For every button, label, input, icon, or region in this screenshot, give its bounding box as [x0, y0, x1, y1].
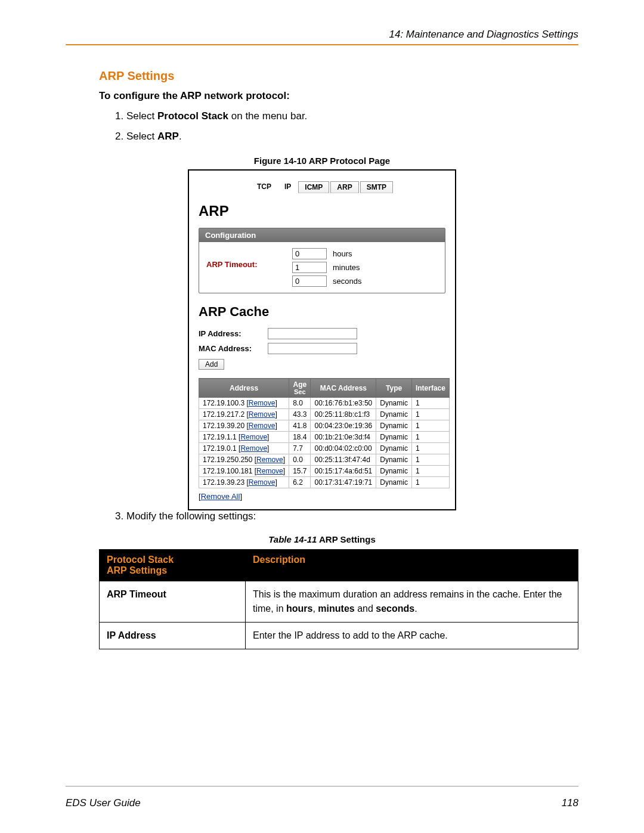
table-row: 172.19.217.2 [Remove]43.300:25:11:8b:c1:… [199, 409, 450, 420]
arp-cache-table: Address AgeSec MAC Address Type Interfac… [199, 378, 450, 488]
setting-name: IP Address [100, 623, 246, 649]
cell-age: 15.7 [289, 466, 311, 477]
col-interface: Interface [411, 379, 449, 398]
setting-description: Enter the IP address to add to the ARP c… [246, 623, 578, 649]
remove-all-link[interactable]: Remove All [201, 492, 240, 501]
cell-interface: 1 [411, 398, 449, 409]
step-3: Modify the following settings: [126, 510, 578, 522]
footer-left: EDS User Guide [66, 797, 141, 809]
footer-right: 118 [562, 797, 578, 809]
cell-mac: 00:16:76:b1:e3:50 [311, 398, 376, 409]
tab-smtp[interactable]: SMTP [360, 181, 393, 193]
table-row: 172.19.250.250 [Remove]0.000:25:11:3f:47… [199, 454, 450, 466]
arp-settings-table: Protocol Stack ARP Settings Description … [99, 549, 578, 649]
cell-mac: 00:25:11:8b:c1:f3 [311, 409, 376, 420]
cell-type: Dynamic [376, 420, 412, 432]
cell-type: Dynamic [376, 466, 412, 477]
minutes-label: minutes [333, 263, 360, 272]
cell-mac: 00:d0:04:02:c0:00 [311, 443, 376, 454]
hours-label: hours [333, 249, 352, 258]
header-rule [66, 44, 578, 45]
remove-link[interactable]: Remove [249, 410, 275, 419]
table-row: 172.19.39.20 [Remove]41.800:04:23:0e:19:… [199, 420, 450, 432]
arp-timeout-label: ARP Timeout: [206, 248, 278, 269]
cell-mac: 00:04:23:0e:19:36 [311, 420, 376, 432]
cell-interface: 1 [411, 443, 449, 454]
settings-head-left: Protocol Stack ARP Settings [100, 550, 246, 581]
arp-cache-title: ARP Cache [199, 304, 445, 320]
cell-type: Dynamic [376, 398, 412, 409]
configuration-box: Configuration ARP Timeout: hours minutes… [199, 228, 445, 293]
cell-age: 0.0 [289, 454, 311, 466]
figure-caption: Figure 14-10 ARP Protocol Page [66, 156, 578, 166]
cell-address: 172.19.39.23 [Remove] [199, 477, 289, 488]
add-button[interactable]: Add [199, 359, 224, 370]
mac-address-label: MAC Address: [199, 344, 264, 353]
cell-interface: 1 [411, 466, 449, 477]
footer-rule [66, 786, 578, 786]
setting-description: This is the maximum duration an address … [246, 581, 578, 623]
remove-link[interactable]: Remove [249, 422, 275, 430]
table-row: 172.19.1.1 [Remove]18.400:1b:21:0e:3d:f4… [199, 432, 450, 443]
cell-address: 172.19.1.1 [Remove] [199, 432, 289, 443]
mac-address-input[interactable] [268, 343, 357, 354]
remove-link[interactable]: Remove [256, 456, 283, 464]
remove-link[interactable]: Remove [249, 399, 275, 407]
tab-arp[interactable]: ARP [330, 181, 358, 193]
panel-title: ARP [199, 203, 445, 219]
protocol-tabs: TCP IP ICMP ARP SMTP [199, 181, 445, 193]
settings-head-right: Description [246, 550, 578, 581]
table-row: ARP TimeoutThis is the maximum duration … [100, 581, 578, 623]
remove-link[interactable]: Remove [256, 467, 283, 475]
cell-address: 172.19.250.250 [Remove] [199, 454, 289, 466]
cell-address: 172.19.100.181 [Remove] [199, 466, 289, 477]
table-row: 172.19.0.1 [Remove]7.700:d0:04:02:c0:00D… [199, 443, 450, 454]
table-row: IP AddressEnter the IP address to add to… [100, 623, 578, 649]
tab-ip[interactable]: IP [278, 181, 297, 193]
cell-address: 172.19.100.3 [Remove] [199, 398, 289, 409]
cell-age: 43.3 [289, 409, 311, 420]
configuration-header: Configuration [199, 228, 445, 242]
table-caption: Table 14-11 ARP Settings [66, 534, 578, 544]
arp-timeout-hours-input[interactable] [292, 248, 327, 259]
setting-name: ARP Timeout [100, 581, 246, 623]
cell-age: 7.7 [289, 443, 311, 454]
table-row: 172.19.39.23 [Remove]6.200:17:31:47:19:7… [199, 477, 450, 488]
remove-link[interactable]: Remove [240, 444, 267, 453]
cell-address: 172.19.39.20 [Remove] [199, 420, 289, 432]
seconds-label: seconds [333, 277, 361, 286]
arp-timeout-seconds-input[interactable] [292, 275, 327, 287]
step-1: Select Protocol Stack on the menu bar. [126, 110, 578, 122]
remove-link[interactable]: Remove [240, 433, 267, 441]
cell-interface: 1 [411, 409, 449, 420]
cell-type: Dynamic [376, 432, 412, 443]
cell-age: 8.0 [289, 398, 311, 409]
col-address: Address [199, 379, 289, 398]
remove-link[interactable]: Remove [249, 478, 275, 487]
cell-type: Dynamic [376, 477, 412, 488]
steps-list: Select Protocol Stack on the menu bar. S… [111, 110, 578, 143]
cell-mac: 00:15:17:4a:6d:51 [311, 466, 376, 477]
tab-tcp[interactable]: TCP [251, 181, 277, 193]
table-row: 172.19.100.3 [Remove]8.000:16:76:b1:e3:5… [199, 398, 450, 409]
ip-address-input[interactable] [268, 328, 357, 339]
cell-interface: 1 [411, 420, 449, 432]
section-subhead: To configure the ARP network protocol: [99, 90, 578, 102]
table-row: 172.19.100.181 [Remove]15.700:15:17:4a:6… [199, 466, 450, 477]
cell-address: 172.19.0.1 [Remove] [199, 443, 289, 454]
step-2: Select ARP. [126, 131, 578, 143]
chapter-header: 14: Maintenance and Diagnostics Settings [66, 29, 578, 44]
section-title: ARP Settings [99, 69, 578, 83]
tab-icmp[interactable]: ICMP [298, 181, 329, 193]
col-type: Type [376, 379, 412, 398]
col-age: AgeSec [289, 379, 311, 398]
cell-age: 41.8 [289, 420, 311, 432]
cell-age: 18.4 [289, 432, 311, 443]
cell-interface: 1 [411, 454, 449, 466]
cell-interface: 1 [411, 477, 449, 488]
steps-list-continued: Modify the following settings: [111, 510, 578, 522]
col-mac: MAC Address [311, 379, 376, 398]
ip-address-label: IP Address: [199, 329, 264, 338]
arp-screenshot: TCP IP ICMP ARP SMTP ARP Configuration A… [188, 169, 456, 510]
arp-timeout-minutes-input[interactable] [292, 262, 327, 273]
